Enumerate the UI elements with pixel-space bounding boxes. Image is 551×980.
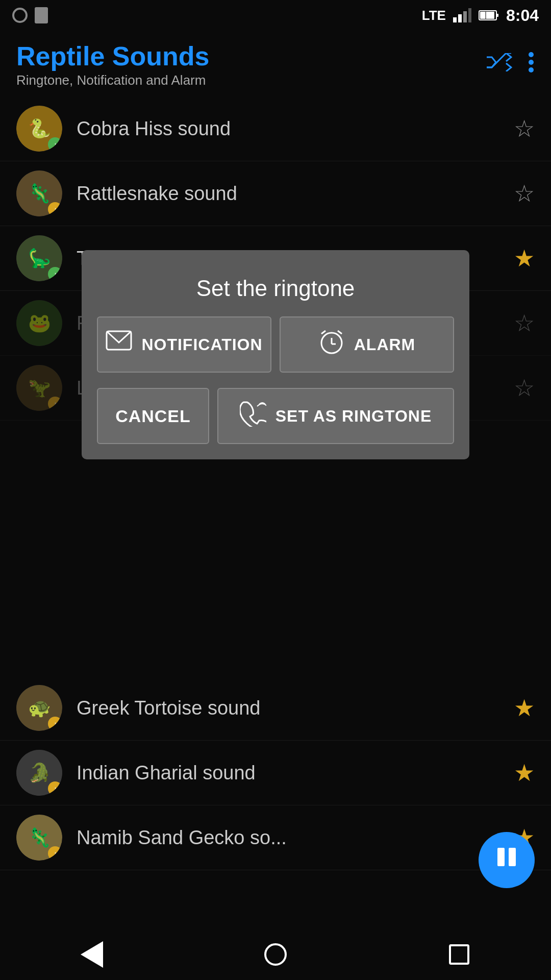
home-icon: [264, 943, 287, 966]
app-header: Reptile Sounds Ringtone, Notification an…: [0, 31, 551, 96]
svg-line-15: [321, 331, 325, 334]
svg-point-10: [529, 67, 534, 72]
favorite-icon[interactable]: ★: [514, 759, 535, 787]
svg-rect-18: [509, 848, 516, 866]
recent-apps-button[interactable]: [439, 934, 480, 975]
svg-rect-2: [463, 11, 467, 22]
status-bar: LTE 8:04: [0, 0, 551, 31]
notification-label: NOTIFICATION: [141, 335, 262, 354]
recording-indicator: [12, 8, 28, 23]
alarm-label: ALARM: [354, 335, 416, 354]
svg-rect-17: [497, 848, 505, 866]
dialog-row2: CANCEL SET AS RINGTONE: [97, 388, 454, 444]
sound-name: Greek Tortoise sound: [62, 697, 514, 719]
list-item[interactable]: 🦎 ♪ Namib Sand Gecko so... ★: [0, 805, 551, 870]
back-icon: [81, 941, 103, 968]
music-badge: ♪: [48, 781, 62, 796]
play-pause-fab[interactable]: [479, 832, 535, 888]
list-item[interactable]: 🐍 ♪ Cobra Hiss sound ☆: [0, 96, 551, 161]
phone-icon: [240, 400, 266, 432]
thumbnail: 🐊 ♪: [16, 750, 62, 796]
list-item[interactable]: 🐢 ♪ Greek Tortoise sound ★: [0, 676, 551, 741]
sound-name: Namib Sand Gecko so...: [62, 827, 514, 849]
clock: 8:04: [506, 6, 539, 25]
music-badge: ♪: [48, 202, 62, 216]
alarm-icon: [318, 329, 345, 361]
app-title-block: Reptile Sounds Ringtone, Notification an…: [16, 41, 209, 88]
alarm-button[interactable]: ALARM: [280, 316, 454, 373]
signal-icon: [453, 8, 471, 22]
music-badge: ♪: [48, 137, 62, 152]
thumbnail: 🦎 ♪: [16, 815, 62, 861]
favorite-icon[interactable]: ☆: [514, 115, 535, 142]
app-title: Reptile Sounds: [16, 41, 209, 71]
battery-icon: [479, 9, 499, 21]
svg-rect-6: [480, 12, 494, 19]
list-item[interactable]: 🐊 ♪ Indian Gharial sound ★: [0, 741, 551, 805]
music-badge: ♪: [48, 717, 62, 731]
sound-name: Rattlesnake sound: [62, 183, 514, 205]
music-badge: ♪: [48, 846, 62, 861]
svg-point-9: [529, 60, 534, 65]
notification-button[interactable]: NOTIFICATION: [97, 316, 271, 373]
ringtone-label: SET AS RINGTONE: [276, 407, 432, 426]
recent-icon: [449, 944, 469, 965]
header-icons: [486, 51, 535, 78]
thumbnail: 🦎 ♪: [16, 170, 62, 216]
thumbnail: 🐍 ♪: [16, 106, 62, 152]
svg-rect-1: [458, 14, 462, 22]
favorite-icon[interactable]: ☆: [514, 180, 535, 207]
cancel-label: CANCEL: [115, 406, 191, 426]
bottom-list: 🐢 ♪ Greek Tortoise sound ★ 🐊 ♪ Indian Gh…: [0, 676, 551, 870]
dialog-overlay: Set the ringtone NOTIFICATION: [0, 250, 551, 495]
more-menu-icon[interactable]: [528, 51, 535, 78]
favorite-icon[interactable]: ★: [514, 694, 535, 722]
notification-icon: [106, 330, 132, 359]
status-bar-right: LTE 8:04: [422, 6, 539, 25]
svg-rect-3: [468, 8, 471, 22]
sd-card-icon: [35, 7, 48, 23]
sound-name: Cobra Hiss sound: [62, 118, 514, 140]
app-subtitle: Ringtone, Notification and Alarm: [16, 72, 209, 88]
home-button[interactable]: [255, 934, 296, 975]
shuffle-icon[interactable]: [486, 53, 512, 76]
cancel-button[interactable]: CANCEL: [97, 388, 209, 444]
sound-name: Indian Gharial sound: [62, 762, 514, 784]
list-item[interactable]: 🦎 ♪ Rattlesnake sound ☆: [0, 161, 551, 226]
dialog-title: Set the ringtone: [196, 276, 355, 301]
pause-icon: [493, 844, 520, 876]
ringtone-dialog: Set the ringtone NOTIFICATION: [82, 250, 469, 459]
svg-point-8: [529, 52, 534, 57]
back-button[interactable]: [71, 934, 112, 975]
lte-indicator: LTE: [422, 8, 446, 23]
svg-rect-0: [453, 17, 457, 22]
svg-line-16: [338, 331, 342, 334]
set-ringtone-button[interactable]: SET AS RINGTONE: [217, 388, 454, 444]
svg-rect-5: [496, 14, 498, 17]
navigation-bar: [0, 929, 551, 980]
thumbnail: 🐢 ♪: [16, 685, 62, 731]
dialog-row1: NOTIFICATION ALARM: [97, 316, 454, 373]
status-bar-left: [12, 7, 48, 23]
